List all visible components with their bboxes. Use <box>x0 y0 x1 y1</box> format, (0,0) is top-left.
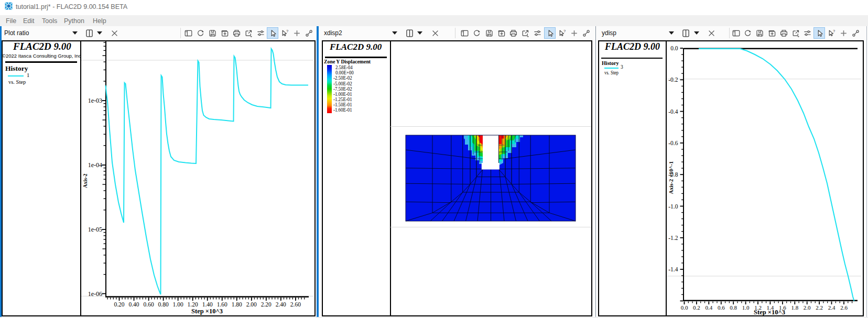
svg-text:-1.2: -1.2 <box>668 235 678 241</box>
svg-text:Step ×10^3: Step ×10^3 <box>754 309 785 316</box>
svg-text:0.8: 0.8 <box>730 304 737 311</box>
svg-text:2.2: 2.2 <box>816 304 823 311</box>
svg-text:-0.2: -0.2 <box>668 76 678 83</box>
svg-text:0.2: 0.2 <box>693 304 700 311</box>
svg-text:-0.4: -0.4 <box>668 108 678 115</box>
svg-text:2.4: 2.4 <box>828 304 836 311</box>
svg-text:0.6: 0.6 <box>718 304 725 311</box>
svg-text:0.4: 0.4 <box>705 304 712 311</box>
svg-text:1.0: 1.0 <box>742 304 750 311</box>
svg-text:1.8: 1.8 <box>791 304 798 311</box>
svg-text:0.0: 0.0 <box>681 304 688 311</box>
svg-text:-1.0: -1.0 <box>668 203 678 210</box>
svg-text:-1.4: -1.4 <box>668 266 678 272</box>
svg-text:0.0: 0.0 <box>670 45 678 51</box>
svg-text:2.0: 2.0 <box>804 304 811 311</box>
svg-text:2.6: 2.6 <box>840 304 848 311</box>
svg-text:-0.6: -0.6 <box>668 140 678 146</box>
svg-text:Axis-2 ×10^-1: Axis-2 ×10^-1 <box>668 161 674 194</box>
